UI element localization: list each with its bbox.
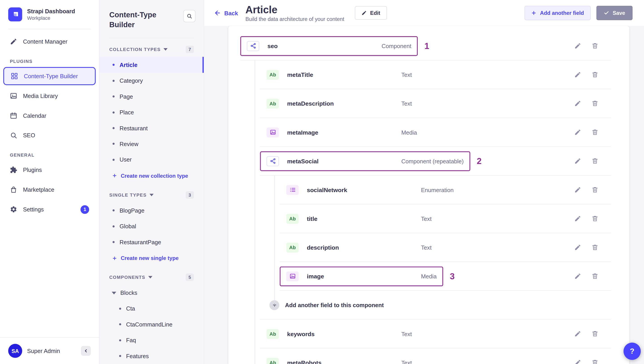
field-row-metasocial[interactable]: metaSocial Component (repeatable) — [260, 151, 470, 171]
delete-field-button[interactable] — [592, 71, 598, 78]
sidebar-item-settings[interactable]: Settings 1 — [0, 200, 99, 219]
delete-field-button[interactable] — [592, 100, 598, 107]
subnav-item-user[interactable]: User — [100, 152, 204, 168]
edit-field-button[interactable] — [574, 359, 581, 364]
edit-field-button[interactable] — [574, 100, 581, 107]
trash-icon — [592, 273, 598, 280]
delete-field-button[interactable] — [592, 330, 598, 337]
sidebar-item-seo[interactable]: SEO — [0, 125, 99, 145]
subnav-item-blogpage[interactable]: BlogPage — [100, 203, 204, 218]
subnav-item-label: Category — [120, 77, 143, 84]
delete-field-button[interactable] — [592, 186, 598, 193]
tree-line-seo — [255, 60, 255, 364]
sidebar-item-content-type-builder[interactable]: Content-Type Builder — [3, 67, 96, 85]
help-button[interactable]: ? — [624, 343, 641, 360]
sidebar-item-marketplace[interactable]: Marketplace — [0, 180, 99, 200]
field-type: Text — [421, 215, 432, 222]
page-subtitle: Build the data architecture of your cont… — [246, 16, 344, 22]
delete-field-button[interactable] — [592, 359, 598, 364]
bullet-icon — [113, 241, 115, 243]
collapse-sidebar-button[interactable] — [81, 346, 91, 356]
subnav-item-article[interactable]: Article — [100, 57, 204, 73]
subnav-item-place[interactable]: Place — [100, 104, 204, 120]
edit-field-button[interactable] — [574, 157, 581, 164]
subnav-item-label: BlogPage — [120, 207, 144, 214]
edit-field-button[interactable] — [574, 244, 581, 251]
create-collection-type-link[interactable]: Create new collection type — [100, 168, 204, 184]
add-another-field-label: Add another field — [540, 10, 584, 16]
sidebar-item-content-manager[interactable]: Content Manager — [0, 32, 99, 52]
subnav-item-ctacommandline[interactable]: CtaCommandLine — [100, 317, 204, 332]
subnav-item-faq[interactable]: Faq — [100, 332, 204, 348]
back-link[interactable]: Back — [214, 10, 238, 17]
group-header-components[interactable]: COMPONENTS 5 — [100, 266, 204, 285]
search-button[interactable] — [183, 10, 196, 22]
delete-field-button[interactable] — [592, 273, 598, 280]
sidebar-item-label: Content-Type Builder — [24, 73, 78, 79]
delete-field-button[interactable] — [592, 244, 598, 251]
sidebar-item-label: Marketplace — [23, 186, 54, 193]
add-another-field-button[interactable]: Add another field — [524, 6, 590, 20]
delete-field-button[interactable] — [592, 43, 598, 49]
chevron-down-icon — [112, 291, 116, 295]
field-name: seo — [268, 43, 382, 49]
sidebar-item-media-library[interactable]: Media Library — [0, 86, 99, 106]
edit-button[interactable]: Edit — [355, 6, 387, 20]
field-row-keywords[interactable]: Ab keywords Text — [260, 324, 418, 344]
table-row-metarobots: Ab metaRobots Text — [260, 348, 611, 364]
save-button[interactable]: Save — [596, 6, 632, 20]
field-row-metarobots[interactable]: Ab metaRobots Text — [260, 353, 418, 364]
field-row-seo[interactable]: seo Component — [240, 36, 418, 56]
group-header-single-types[interactable]: SINGLE TYPES 3 — [100, 184, 204, 203]
subnav-item-restaurantpage[interactable]: RestaurantPage — [100, 234, 204, 250]
trash-icon — [592, 330, 598, 337]
field-row-metatitle[interactable]: Ab metaTitle Text — [260, 65, 418, 84]
field-name: metaTitle — [287, 71, 402, 78]
pencil-icon — [574, 129, 581, 136]
subnav-item-cta[interactable]: Cta — [100, 301, 204, 317]
subnav-item-features[interactable]: Features — [100, 348, 204, 364]
subnav-header: Content-Type Builder — [100, 0, 204, 38]
subnav-item-page[interactable]: Page — [100, 89, 204, 104]
calendar-icon — [10, 112, 17, 119]
edit-field-button[interactable] — [574, 71, 581, 78]
edit-field-button[interactable] — [574, 273, 581, 280]
edit-field-button[interactable] — [574, 129, 581, 136]
table-row-metatitle: Ab metaTitle Text — [260, 60, 611, 89]
group-header-collection-types[interactable]: COLLECTION TYPES 7 — [100, 38, 204, 57]
picture-icon — [10, 92, 17, 100]
media-field-icon — [286, 271, 299, 281]
subnav-item-label: Review — [120, 141, 138, 147]
field-row-description[interactable]: Ab description Text — [280, 238, 438, 257]
add-field-to-component-row[interactable]: Add another field to this component — [260, 291, 611, 319]
sidebar-item-calendar[interactable]: Calendar — [0, 106, 99, 125]
subnav-item-review[interactable]: Review — [100, 136, 204, 152]
content-type-builder-subnav: Content-Type Builder COLLECTION TYPES 7 … — [100, 0, 204, 364]
edit-field-button[interactable] — [574, 215, 581, 222]
subnav-item-global[interactable]: Global — [100, 218, 204, 234]
field-row-title[interactable]: Ab title Text — [280, 209, 438, 229]
component-icon — [247, 41, 259, 51]
field-row-metadescription[interactable]: Ab metaDescription Text — [260, 93, 418, 113]
field-row-metaimage[interactable]: metaImage Media — [260, 122, 424, 142]
delete-field-button[interactable] — [592, 129, 598, 136]
tree-line-metasocial — [274, 176, 275, 305]
delete-field-button[interactable] — [592, 157, 598, 164]
edit-field-button[interactable] — [574, 330, 581, 337]
delete-field-button[interactable] — [592, 215, 598, 222]
field-row-image[interactable]: image Media — [280, 266, 444, 286]
sidebar-item-plugins[interactable]: Plugins — [0, 160, 99, 180]
sidebar-footer: SA Super Admin — [0, 337, 99, 364]
create-single-type-link[interactable]: Create new single type — [100, 250, 204, 266]
field-row-socialnetwork[interactable]: socialNetwork Enumeration — [280, 180, 460, 200]
sidebar-section-label: GENERAL — [0, 145, 99, 160]
text-field-icon: Ab — [266, 98, 279, 108]
edit-field-button[interactable] — [574, 43, 581, 49]
bullet-icon — [113, 209, 115, 212]
chevron-down-icon — [148, 275, 152, 279]
table-row-image: image Media 3 — [280, 262, 611, 291]
edit-field-button[interactable] — [574, 186, 581, 193]
component-category-blocks[interactable]: Blocks — [100, 285, 204, 301]
subnav-item-restaurant[interactable]: Restaurant — [100, 120, 204, 136]
subnav-item-category[interactable]: Category — [100, 73, 204, 89]
